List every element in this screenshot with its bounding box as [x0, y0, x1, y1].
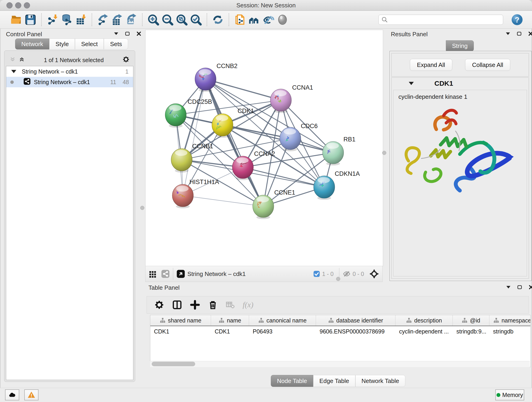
gene-section-header[interactable]: CDK1: [391, 77, 528, 89]
save-session-button[interactable]: [23, 13, 38, 27]
create-column-plus-icon[interactable]: [190, 300, 200, 310]
gene-collapse-icon[interactable]: [409, 82, 414, 85]
results-panel-title: Results Panel: [391, 31, 428, 38]
column-header-description[interactable]: description: [395, 315, 453, 326]
column-header-canonicalname[interactable]: canonical name: [249, 315, 316, 326]
export-network-button[interactable]: [96, 13, 110, 27]
column-header-sharedname[interactable]: shared name: [150, 315, 211, 326]
control-panel-header: Control Panel: [6, 30, 134, 38]
network-view-canvas[interactable]: CCNB2 CCNA1 CDC25B CDK1 CDC6 RB1 CCNB1 C…: [145, 30, 383, 266]
column-header-id[interactable]: @id: [453, 315, 489, 326]
cell-id: stringdb:9...: [453, 326, 489, 337]
tab-style[interactable]: Style: [49, 38, 75, 50]
network-row[interactable]: String Network – cdk1 11 48: [6, 77, 133, 87]
network-overview-share-icon[interactable]: [161, 269, 170, 278]
zoom-fit-button[interactable]: [175, 13, 189, 27]
tab-sets[interactable]: Sets: [104, 38, 128, 50]
cell-name: CDK1: [211, 326, 249, 337]
network-graph[interactable]: CCNB2 CCNA1 CDC25B CDK1 CDC6 RB1 CCNB1 C…: [146, 30, 383, 266]
network-edge[interactable]: [183, 79, 206, 196]
memory-button[interactable]: Memory: [495, 389, 524, 400]
tab-select[interactable]: Select: [75, 38, 104, 50]
network-collection-row[interactable]: String Network – cdk1 1: [6, 66, 133, 77]
network-edge[interactable]: [243, 167, 324, 187]
network-node-CCNB1[interactable]: CCNB1: [171, 143, 213, 172]
refresh-button[interactable]: [211, 13, 225, 27]
table-scrollbar-thumb[interactable]: [152, 362, 195, 366]
network-list: String Network – cdk1 1 String Network –…: [6, 66, 133, 380]
search-input[interactable]: [379, 15, 503, 25]
table-row[interactable]: CDK1CDK1P064939606.ENSP00000378699cyclin…: [150, 326, 530, 337]
left-splitter-handle[interactable]: [140, 206, 144, 210]
cloud-button[interactable]: [5, 389, 19, 400]
open-session-button[interactable]: [9, 13, 23, 27]
results-panel-menu-icon[interactable]: [505, 32, 510, 36]
tab-network-table[interactable]: Network Table: [355, 375, 405, 387]
control-panel-menu-icon[interactable]: [114, 32, 119, 36]
collection-expand-icon[interactable]: [11, 70, 16, 73]
control-panel-float-icon[interactable]: [125, 31, 130, 37]
right-splitter-handle[interactable]: [382, 151, 386, 155]
hidden-eye-slash-icon[interactable]: [342, 270, 351, 278]
cell-canonicalname: P06493: [249, 326, 316, 337]
import-table-button[interactable]: [74, 13, 88, 27]
help-button[interactable]: ?: [510, 13, 524, 27]
table-horizontal-scrollbar[interactable]: [150, 361, 530, 367]
tab-node-table[interactable]: Node Table: [271, 375, 313, 387]
title-bar: Session: New Session: [0, 0, 532, 11]
network-node-HIST1H1A[interactable]: HIST1H1A: [172, 179, 219, 208]
maximize-window-icon[interactable]: [24, 2, 30, 8]
string-document-button[interactable]: [233, 13, 247, 27]
network-node-RB1[interactable]: RB1: [323, 136, 355, 166]
open-in-new-window-icon[interactable]: [177, 269, 185, 278]
table-panel-float-icon[interactable]: [517, 284, 522, 291]
show-grid-icon[interactable]: [149, 270, 157, 278]
network-edge[interactable]: [183, 196, 263, 206]
node-label: CDK1: [238, 108, 254, 114]
node-label: CCNB1: [192, 143, 213, 150]
import-network-button[interactable]: [45, 13, 60, 27]
column-header-databaseidentifier[interactable]: database identifier: [316, 315, 395, 326]
column-header-name[interactable]: name: [211, 315, 249, 326]
selected-checkbox-icon[interactable]: [313, 270, 320, 278]
expand-all-networks-icon[interactable]: [18, 56, 25, 64]
collapse-all-button[interactable]: Collapse All: [465, 59, 510, 71]
close-window-icon[interactable]: [6, 2, 13, 8]
collapse-all-networks-icon[interactable]: [9, 56, 16, 64]
expand-all-button[interactable]: Expand All: [410, 59, 452, 71]
show-graphics-details-button[interactable]: [275, 13, 290, 27]
warning-icon: [27, 391, 35, 399]
fit-selected-crosshair-icon[interactable]: [369, 269, 379, 279]
zoom-out-button[interactable]: [160, 13, 175, 27]
zoom-selected-button[interactable]: [189, 13, 203, 27]
string-home-button[interactable]: [247, 13, 261, 27]
network-list-options-gear-icon[interactable]: [122, 56, 130, 64]
network-node-CCNB2[interactable]: CCNB2: [195, 63, 238, 92]
zoom-in-button[interactable]: [146, 13, 160, 27]
tab-edge-table[interactable]: Edge Table: [313, 375, 355, 387]
hide-unhide-button[interactable]: [261, 13, 275, 27]
minimize-window-icon[interactable]: [15, 2, 21, 8]
horizontal-splitter-handle[interactable]: [336, 277, 340, 281]
table-panel-close-icon[interactable]: [528, 284, 532, 291]
import-network-database-button[interactable]: [60, 13, 74, 27]
network-edge[interactable]: [206, 79, 263, 206]
delete-column-trash-icon[interactable]: [208, 300, 218, 310]
control-panel-close-icon[interactable]: [136, 31, 142, 37]
table-options-gear-icon[interactable]: [154, 300, 164, 310]
string-document-icon: [234, 14, 246, 26]
network-node-CCNA1[interactable]: CCNA1: [270, 84, 313, 113]
network-node-CCNE1[interactable]: CCNE1: [253, 189, 295, 219]
export-image-button[interactable]: [124, 13, 138, 27]
export-table-button[interactable]: [110, 13, 124, 27]
table-panel-menu-icon[interactable]: [506, 286, 511, 290]
tab-network[interactable]: Network: [15, 38, 49, 50]
show-columns-icon[interactable]: [172, 300, 182, 310]
results-panel-close-icon[interactable]: [528, 31, 532, 37]
warnings-button[interactable]: [24, 389, 38, 400]
tab-string[interactable]: String: [446, 40, 474, 51]
results-panel-float-icon[interactable]: [516, 31, 522, 37]
column-header-namespace[interactable]: namespace: [489, 315, 531, 326]
table-toolbar: f(x): [147, 296, 529, 313]
network-node-CDKN1A[interactable]: CDKN1A: [314, 170, 360, 200]
